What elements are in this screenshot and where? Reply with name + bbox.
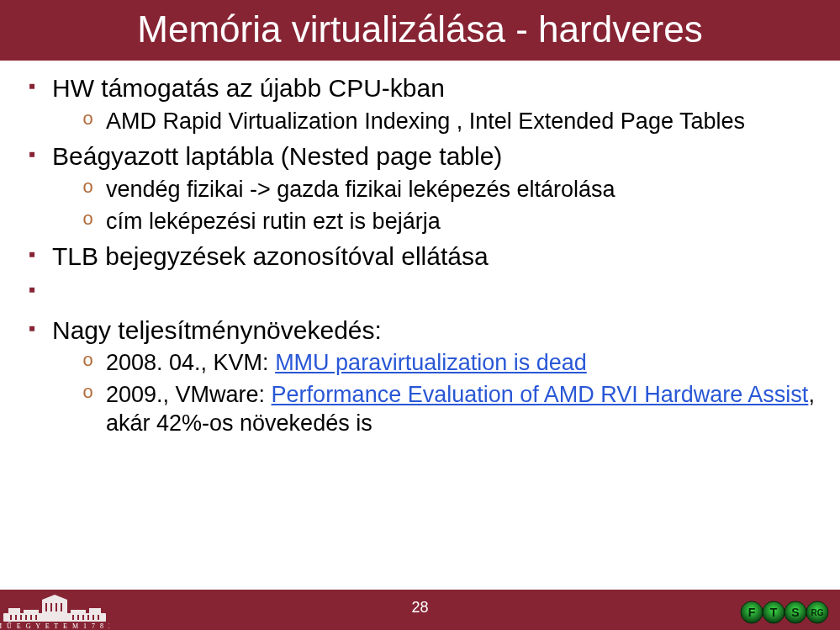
- university-caption: M Ű E G Y E T E M 1 7 8 2: [0, 622, 109, 630]
- svg-rect-16: [61, 603, 62, 611]
- sub-list: AMD Rapid Virtualization Indexing , Inte…: [52, 108, 816, 136]
- bullet-text: vendég fizikai -> gazda fizikai leképezé…: [106, 177, 615, 202]
- svg-text:F: F: [748, 606, 756, 619]
- link-text: MMU paravirtualization is dead: [275, 350, 587, 375]
- svg-rect-6: [71, 610, 86, 613]
- bullet-text: Nagy teljesítménynövekedés:: [52, 316, 382, 344]
- svg-rect-21: [92, 615, 94, 620]
- svg-text:T: T: [770, 606, 778, 619]
- footer-right-logos: F T S RG: [741, 600, 828, 625]
- slide: Memória virtualizálása - hardveres HW tá…: [0, 0, 840, 630]
- bullet-text: Beágyazott laptábla (Nested page table): [52, 142, 502, 170]
- bullet-text: TLB bejegyzések azonosítóval ellátása: [52, 242, 489, 270]
- list-item: AMD Rapid Virtualization Indexing , Inte…: [82, 108, 816, 136]
- list-item: Nagy teljesítménynövekedés: 2008. 04., K…: [24, 315, 816, 438]
- link-amd-rvi-perf[interactable]: Performance Evaluation of AMD RVI Hardwa…: [272, 382, 809, 407]
- svg-rect-13: [45, 603, 47, 611]
- svg-rect-5: [24, 610, 39, 613]
- slide-content: HW támogatás az újabb CPU-kban AMD Rapid…: [0, 61, 840, 590]
- svg-rect-12: [35, 615, 37, 620]
- svg-rect-11: [30, 615, 32, 620]
- bullet-text: 2008. 04., KVM:: [106, 350, 275, 375]
- svg-rect-10: [25, 615, 27, 620]
- bullet-text: 2009., VMware:: [106, 382, 272, 407]
- svg-rect-3: [8, 608, 20, 613]
- sub-list: vendég fizikai -> gazda fizikai leképezé…: [52, 176, 816, 236]
- list-item: vendég fizikai -> gazda fizikai leképezé…: [82, 176, 816, 204]
- svg-rect-4: [89, 608, 101, 613]
- list-item: 2008. 04., KVM: MMU paravirtualization i…: [82, 349, 816, 378]
- svg-rect-19: [82, 615, 84, 620]
- bullet-text: AMD Rapid Virtualization Indexing , Inte…: [106, 109, 745, 134]
- footer-left: M Ű E G Y E T E M 1 7 8 2: [0, 590, 109, 630]
- svg-rect-8: [15, 615, 17, 620]
- list-item: 2009., VMware: Performance Evaluation of…: [82, 381, 816, 438]
- svg-rect-14: [50, 603, 52, 611]
- spacer: [24, 276, 816, 310]
- link-mmu-paravirt[interactable]: MMU paravirtualization is dead: [275, 350, 587, 375]
- svg-marker-2: [42, 595, 67, 600]
- slide-footer: M Ű E G Y E T E M 1 7 8 2 28 F: [0, 590, 840, 630]
- link-text: Performance Evaluation of AMD RVI Hardwa…: [272, 382, 809, 407]
- svg-text:S: S: [791, 606, 799, 619]
- svg-rect-18: [77, 615, 79, 620]
- svg-rect-20: [87, 615, 89, 620]
- svg-rect-17: [72, 615, 74, 620]
- svg-rect-7: [10, 615, 12, 620]
- bullet-list: HW támogatás az újabb CPU-kban AMD Rapid…: [24, 72, 816, 438]
- svg-rect-15: [55, 603, 57, 611]
- svg-rect-9: [20, 615, 22, 620]
- sub-list: 2008. 04., KVM: MMU paravirtualization i…: [52, 349, 816, 437]
- university-logo-icon: M Ű E G Y E T E M 1 7 8 2: [0, 593, 109, 630]
- svg-rect-0: [3, 613, 106, 622]
- slide-title-text: Memória virtualizálása - hardveres: [137, 8, 702, 50]
- slide-title: Memória virtualizálása - hardveres: [0, 0, 840, 61]
- list-item: Beágyazott laptábla (Nested page table) …: [24, 140, 816, 236]
- list-item: TLB bejegyzések azonosítóval ellátása: [24, 241, 816, 273]
- logo-rg-icon: RG: [805, 600, 830, 625]
- bullet-text: cím leképezési rutin ezt is bejárja: [106, 209, 441, 234]
- bullet-text: HW támogatás az újabb CPU-kban: [52, 74, 445, 102]
- list-item: cím leképezési rutin ezt is bejárja: [82, 208, 816, 236]
- page-number: 28: [411, 599, 428, 617]
- svg-rect-22: [98, 615, 99, 620]
- svg-text:RG: RG: [811, 608, 824, 617]
- list-item: HW támogatás az újabb CPU-kban AMD Rapid…: [24, 72, 816, 135]
